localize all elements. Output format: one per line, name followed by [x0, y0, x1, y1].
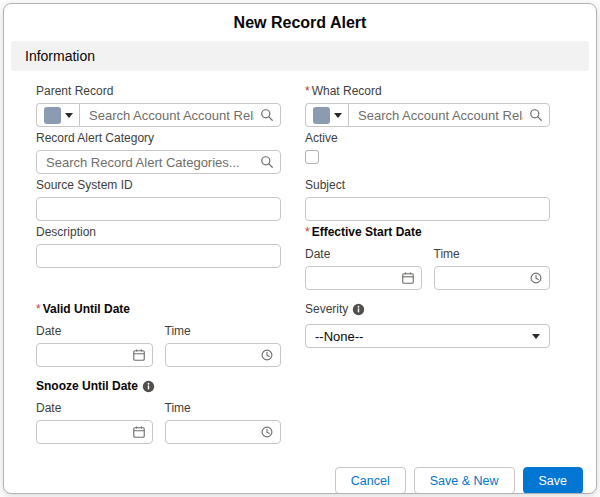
field-what-record: *What Record — [305, 84, 550, 127]
chevron-down-icon — [532, 334, 540, 339]
search-icon — [260, 108, 274, 122]
modal-footer: Cancel Save & New Save — [4, 456, 596, 494]
field-group-valid-until-date: *Valid Until Date Date Time — [36, 302, 281, 367]
date-sublabel: Date — [36, 324, 153, 339]
date-sublabel: Date — [36, 401, 153, 416]
subject-label: Subject — [305, 178, 550, 193]
clock-icon[interactable] — [529, 271, 543, 285]
time-sublabel: Time — [165, 324, 282, 339]
field-group-snooze-until-date: Snooze Until Date Date Time — [36, 379, 281, 444]
field-subject: Subject — [305, 178, 550, 221]
clock-icon[interactable] — [260, 348, 274, 362]
modal-title: New Record Alert — [20, 14, 580, 32]
severity-selected-value: --None-- — [315, 329, 363, 344]
time-sublabel: Time — [434, 247, 551, 262]
save-and-new-button[interactable]: Save & New — [414, 467, 515, 494]
required-asterisk: * — [305, 84, 310, 98]
calendar-icon[interactable] — [401, 271, 415, 285]
severity-label: Severity — [305, 302, 550, 317]
field-parent-record: Parent Record — [36, 84, 281, 127]
date-sublabel: Date — [305, 247, 422, 262]
record-entity-icon — [44, 107, 61, 124]
record-entity-icon — [313, 107, 330, 124]
description-label: Description — [36, 225, 281, 240]
form-area: Parent Record *What Record — [4, 71, 596, 456]
section-header-information: Information — [11, 41, 589, 71]
record-alert-category-search-input[interactable] — [36, 150, 281, 174]
description-input[interactable] — [36, 244, 281, 268]
field-source-system-id: Source System ID — [36, 178, 281, 221]
field-active: Active — [305, 131, 550, 164]
field-group-effective-start-date: *Effective Start Date Date Time — [305, 225, 550, 290]
source-system-id-label: Source System ID — [36, 178, 281, 193]
modal-header: New Record Alert — [4, 4, 596, 41]
calendar-icon[interactable] — [132, 348, 146, 362]
active-checkbox[interactable] — [305, 150, 319, 164]
required-asterisk: * — [36, 302, 41, 316]
info-icon[interactable] — [352, 303, 365, 316]
snooze-until-date-label: Snooze Until Date — [36, 379, 281, 394]
what-record-label: *What Record — [305, 84, 550, 99]
severity-select[interactable]: --None-- — [305, 324, 550, 348]
time-sublabel: Time — [165, 401, 282, 416]
subject-input[interactable] — [305, 197, 550, 221]
info-icon[interactable] — [142, 380, 155, 393]
parent-record-entity-selector-button[interactable] — [36, 103, 79, 127]
what-record-search-input[interactable] — [348, 103, 550, 127]
search-icon — [260, 155, 274, 169]
parent-record-search-input[interactable] — [79, 103, 281, 127]
field-severity: Severity --None-- — [305, 302, 550, 348]
field-record-alert-category: Record Alert Category — [36, 131, 281, 174]
cancel-button[interactable]: Cancel — [335, 467, 406, 494]
calendar-icon[interactable] — [132, 425, 146, 439]
active-label: Active — [305, 131, 550, 146]
clock-icon[interactable] — [260, 425, 274, 439]
effective-start-date-label: *Effective Start Date — [305, 225, 550, 240]
what-record-entity-selector-button[interactable] — [305, 103, 348, 127]
new-record-alert-modal: New Record Alert Information Parent Reco… — [3, 3, 597, 494]
parent-record-label: Parent Record — [36, 84, 281, 99]
search-icon — [529, 108, 543, 122]
source-system-id-input[interactable] — [36, 197, 281, 221]
save-button[interactable]: Save — [523, 467, 584, 494]
record-alert-category-label: Record Alert Category — [36, 131, 281, 146]
valid-until-date-label: *Valid Until Date — [36, 302, 281, 317]
chevron-down-icon — [65, 113, 73, 118]
required-asterisk: * — [305, 225, 310, 239]
field-description: Description — [36, 225, 281, 268]
chevron-down-icon — [334, 113, 342, 118]
